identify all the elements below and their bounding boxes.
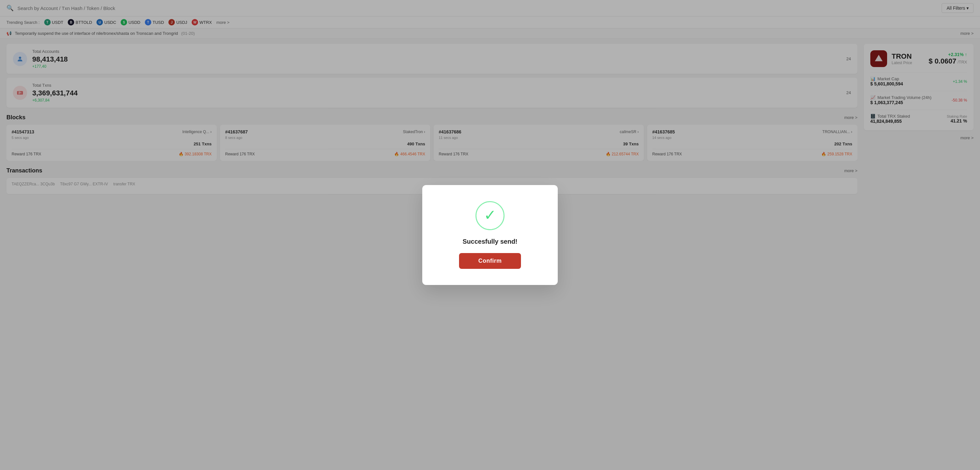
modal-overlay[interactable]: ✓ Succesfully send! Confirm [0, 0, 980, 199]
success-modal: ✓ Succesfully send! Confirm [422, 185, 558, 199]
